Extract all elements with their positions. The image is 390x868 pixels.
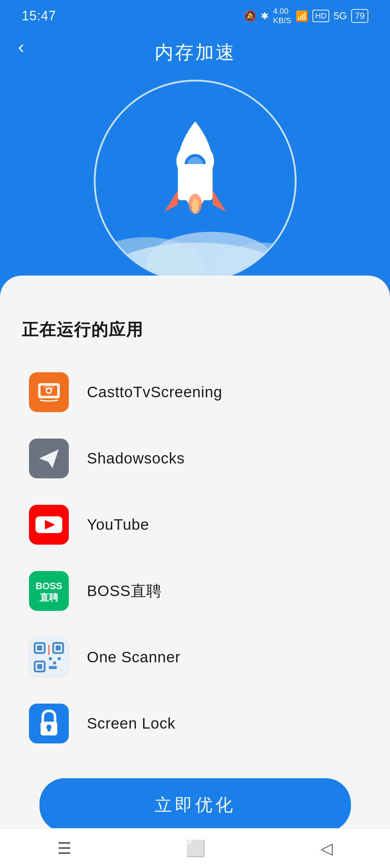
hero-circle (94, 80, 297, 282)
list-item[interactable]: One Scanner (22, 624, 368, 691)
app-icon-screenlock (29, 704, 69, 743)
header: ‹ 内存加速 (0, 29, 390, 76)
back-button[interactable]: ‹ (18, 36, 24, 57)
page-title: 内存加速 (155, 40, 236, 76)
status-icons: 🔕 ✱ 4.00KB/S 📶 HD 5G 79 (244, 7, 368, 25)
home-icon[interactable]: ⬜ (186, 839, 206, 858)
svg-rect-27 (49, 657, 52, 660)
bluetooth-icon: ✱ (261, 11, 269, 22)
optimize-button-container: 立即优化 (39, 778, 351, 832)
svg-rect-29 (58, 657, 61, 660)
status-time: 15:47 (22, 8, 56, 24)
app-name-cast: CasttoTvScreening (87, 383, 222, 401)
section-title: 正在运行的应用 (22, 319, 368, 341)
shadowsocks-icon (36, 446, 62, 471)
svg-rect-30 (49, 666, 57, 669)
list-item[interactable]: CasttoTvScreening (22, 359, 368, 425)
app-name-scanner: One Scanner (87, 649, 181, 666)
data-speed: 4.00KB/S (273, 7, 291, 25)
app-icon-boss: BOSS 直聘 (29, 571, 69, 611)
list-item[interactable]: BOSS 直聘 BOSS直聘 (22, 558, 368, 624)
svg-rect-24 (37, 646, 42, 651)
app-icon-shadowsocks (29, 439, 69, 478)
app-name-shadowsocks: Shadowsocks (87, 450, 185, 467)
bell-icon: 🔕 (244, 10, 256, 22)
svg-point-9 (192, 199, 199, 213)
optimize-button[interactable]: 立即优化 (39, 778, 351, 832)
app-name-youtube: YouTube (87, 516, 149, 533)
wifi-icon: 📶 (295, 10, 308, 22)
menu-icon[interactable]: ☰ (57, 839, 71, 857)
svg-rect-26 (37, 664, 42, 669)
battery-indicator: 79 (351, 9, 368, 23)
list-item[interactable]: YouTube (22, 492, 368, 558)
list-item[interactable]: Screen Lock (22, 691, 368, 757)
svg-point-13 (47, 389, 51, 393)
signal-icon: 5G (334, 10, 347, 22)
svg-text:BOSS: BOSS (35, 580, 62, 591)
app-icon-youtube (29, 505, 69, 545)
screenlock-icon (29, 704, 69, 743)
app-name-boss: BOSS直聘 (87, 581, 162, 601)
svg-rect-35 (47, 727, 50, 731)
cast-icon (36, 380, 62, 405)
hero-section (0, 76, 390, 297)
youtube-icon (29, 505, 69, 545)
app-name-screenlock: Screen Lock (87, 715, 175, 732)
app-icon-scanner (29, 637, 69, 677)
hd-icon: HD (313, 10, 329, 22)
scanner-icon (29, 637, 68, 677)
svg-rect-25 (56, 646, 61, 651)
rocket-svg (159, 118, 231, 234)
list-item[interactable]: Shadowsocks (22, 425, 368, 492)
boss-icon: BOSS 直聘 (29, 571, 69, 611)
svg-rect-28 (53, 662, 56, 664)
status-bar: 15:47 🔕 ✱ 4.00KB/S 📶 HD 5G 79 (0, 0, 390, 29)
app-list: CasttoTvScreening Shadowsocks (22, 359, 368, 757)
bottom-nav: ☰ ⬜ ◁ (0, 828, 390, 868)
svg-text:直聘: 直聘 (39, 592, 59, 603)
back-nav-icon[interactable]: ◁ (320, 839, 333, 857)
app-icon-cast (29, 372, 69, 412)
